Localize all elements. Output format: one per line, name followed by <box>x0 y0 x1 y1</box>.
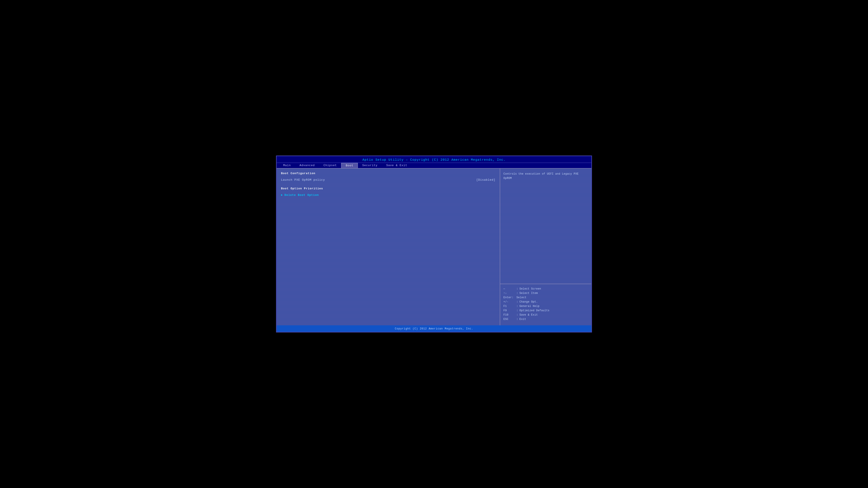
launch-pxe-label: Launch PXE OpROM policy <box>281 178 325 182</box>
key-plus-minus-desc: Change Opt. <box>520 300 538 303</box>
tab-chipset[interactable]: Chipset <box>319 163 341 168</box>
footer-text: Copyright (C) 2012 American Megatrends, … <box>395 327 473 330</box>
key-f9-desc: Optimized Defaults <box>520 309 550 312</box>
tab-main[interactable]: Main <box>279 163 295 168</box>
launch-pxe-value: [Disabled] <box>476 178 495 182</box>
key-f10-name: F10 <box>503 314 517 317</box>
key-select-item: ↑↓ : Select Item <box>503 292 588 295</box>
boot-option-priorities-title: Boot Option Priorities <box>281 187 495 190</box>
tab-save-exit[interactable]: Save & Exit <box>382 163 412 168</box>
delete-boot-option-label: Delete Boot Option <box>284 193 319 197</box>
keys-section: ↔ : Select Screen ↑↓ : Select Item Enter… <box>500 284 591 325</box>
tab-advanced[interactable]: Advanced <box>295 163 319 168</box>
bios-tabs: Main Advanced Chipset Boot Security Save… <box>277 163 591 168</box>
key-arrows-lr: ↔ <box>503 287 517 290</box>
key-select-screen-desc: Select Screen <box>520 287 541 290</box>
arrow-right-icon: ► <box>281 193 283 197</box>
key-enter: Enter: Select <box>503 296 588 299</box>
key-f1-name: F1 <box>503 305 517 308</box>
key-plus-minus-name: +/- <box>503 300 517 303</box>
tab-security[interactable]: Security <box>358 163 382 168</box>
bios-left-panel: Boot Configuration Launch PXE OpROM poli… <box>277 168 500 325</box>
bios-header: Aptio Setup Utility – Copyright (C) 2012… <box>277 156 591 163</box>
bios-footer: Copyright (C) 2012 American Megatrends, … <box>277 325 591 332</box>
key-select-item-desc: Select Item <box>520 292 538 295</box>
key-enter-name: Enter: <box>503 296 517 299</box>
key-plus-minus: +/- : Change Opt. <box>503 300 588 303</box>
help-text: Controls the execution of UEFI and Legac… <box>503 172 579 180</box>
launch-pxe-item[interactable]: Launch PXE OpROM policy [Disabled] <box>281 177 495 183</box>
boot-configuration-title: Boot Configuration <box>281 172 495 175</box>
key-arrows-ud: ↑↓ <box>503 292 517 295</box>
key-f9-name: F9 <box>503 309 517 312</box>
bios-screen: Aptio Setup Utility – Copyright (C) 2012… <box>276 156 592 332</box>
tab-boot[interactable]: Boot <box>341 163 358 168</box>
bios-right-panel: Controls the execution of UEFI and Legac… <box>500 168 591 325</box>
key-select-screen: ↔ : Select Screen <box>503 287 588 290</box>
bios-main: Boot Configuration Launch PXE OpROM poli… <box>277 168 591 325</box>
delete-boot-option-item[interactable]: ► Delete Boot Option <box>281 193 495 197</box>
help-section: Controls the execution of UEFI and Legac… <box>500 168 591 284</box>
key-enter-desc: Select <box>517 296 526 299</box>
bios-title: Aptio Setup Utility – Copyright (C) 2012… <box>362 158 506 162</box>
key-esc: ESC : Exit <box>503 318 588 321</box>
key-f9: F9 : Optimized Defaults <box>503 309 588 312</box>
key-f1: F1 : General Help <box>503 305 588 308</box>
key-esc-desc: Exit <box>520 318 526 321</box>
key-f10-desc: Save & Exit <box>520 314 538 317</box>
key-esc-name: ESC <box>503 318 517 321</box>
key-f1-desc: General Help <box>520 305 539 308</box>
key-f10: F10 : Save & Exit <box>503 314 588 317</box>
